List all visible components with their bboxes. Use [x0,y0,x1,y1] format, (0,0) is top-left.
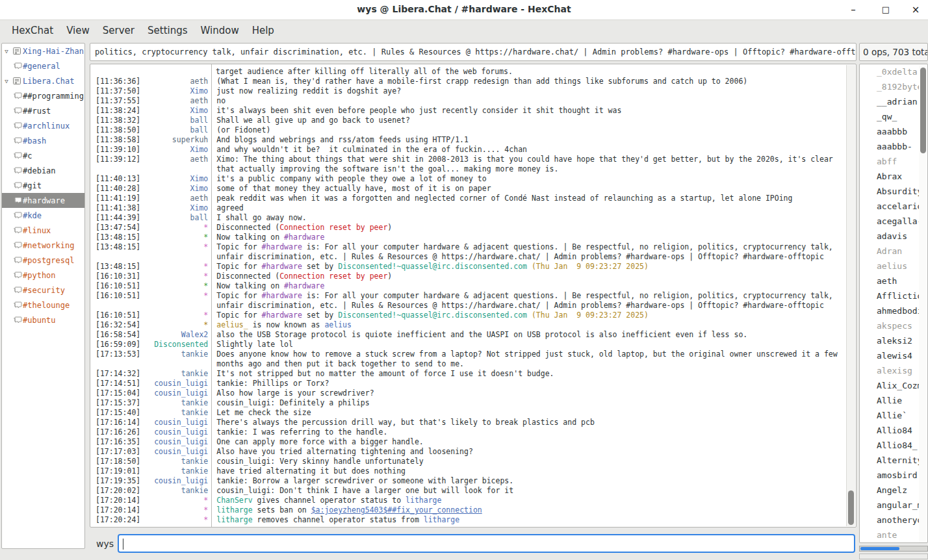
chat-nick[interactable]: tankie [140,398,208,408]
sidebar-item--python[interactable]: #python [2,268,84,283]
sidebar-item--thelounge[interactable]: #thelounge [2,298,84,312]
chat-nick[interactable]: ball [140,213,208,223]
chat-scrollbar-handle[interactable] [848,490,854,525]
user-list-item[interactable]: Allie [860,393,927,408]
chat-nick[interactable]: tankie [140,486,208,496]
user-list-item[interactable]: Absurdity [860,184,927,199]
chat-nick[interactable]: tankie [140,466,208,476]
chat-nick[interactable]: Ximo [140,145,208,155]
chat-nick[interactable]: Disconsented [140,340,208,350]
maximize-button[interactable]: □ [877,2,894,18]
chat-nick[interactable]: Ximo [140,184,208,194]
user-list-item[interactable]: Allio84 [860,423,927,438]
user-list-item[interactable]: Alternity [860,453,927,468]
chat-nick[interactable]: tankie [140,350,208,369]
sidebar-item--git[interactable]: #git [2,178,84,193]
chat-nick[interactable]: Ximo [140,203,208,213]
user-list-item[interactable]: aaabbb [860,124,927,139]
user-list-item[interactable]: acegalla- [860,214,927,229]
user-list-item[interactable]: Allio84_ [860,438,927,453]
user-list-item[interactable]: accelario [860,199,927,214]
sidebar-item--general[interactable]: #general [2,58,84,73]
chat-nick[interactable]: Ximo [140,86,208,96]
user-list-item[interactable]: Abrax [860,169,927,184]
user-list-item[interactable]: amosbird [860,468,927,483]
sidebar-item--debian[interactable]: #debian [2,163,84,178]
ban-mask-link[interactable]: $a:joeyzheng5403$##fix_your_connection [311,505,482,515]
chat-nick[interactable]: cousin_luigi [140,418,208,427]
sidebar-item--hardware[interactable]: #hardware [2,193,84,208]
user-list-item[interactable]: abff [860,154,927,169]
user-list-item[interactable]: _0xdelta [860,64,927,79]
user-list-item[interactable]: ahmedbodi [860,303,927,318]
user-list-item[interactable]: akspecs [860,318,927,333]
user-list-item[interactable]: anotheryo [860,513,927,528]
user-list-item[interactable]: adavis [860,229,927,244]
sidebar-item--networking[interactable]: #networking [2,238,84,253]
user-list-item[interactable]: alewis4 [860,348,927,363]
chat-nick[interactable]: superkuh [140,135,208,145]
user-list-item[interactable]: Adran [860,244,927,259]
user-list-item[interactable]: Allie` [860,408,927,423]
chat-nick[interactable]: cousin_luigi [140,437,208,447]
menu-item-server[interactable]: Server [96,22,141,39]
chat-nick[interactable]: cousin_luigi [140,427,208,437]
chat-nick[interactable]: Ximo [140,174,208,184]
sidebar-item--c[interactable]: #c [2,148,84,163]
user-list-item[interactable]: angular_m [860,498,927,513]
tree-server-libera-chat[interactable]: ▽Libera.Chat [2,73,84,88]
user-list-item[interactable]: Angelz [860,483,927,498]
minimize-button[interactable]: – [845,2,862,18]
chat-nick[interactable]: aeth [140,77,208,86]
server-tree-panel[interactable]: ▽Xing-Hai-Zhan#general▽Libera.Chat##prog… [1,43,85,549]
user-list-item[interactable]: alexisg [860,363,927,378]
sidebar-item--security[interactable]: #security [2,283,84,298]
chat-nick[interactable]: aeth [140,155,208,174]
chat-nick[interactable]: aeth [140,96,208,106]
sidebar-item--postgresql[interactable]: #postgresql [2,253,84,268]
user-list-hscrollbar[interactable] [859,546,928,552]
sidebar-item--rust[interactable]: ##rust [2,103,84,118]
sidebar-item--archlinux[interactable]: #archlinux [2,118,84,133]
menu-item-settings[interactable]: Settings [141,22,194,39]
chat-nick[interactable]: cousin_luigi [140,388,208,398]
sidebar-item--bash[interactable]: #bash [2,133,84,148]
chat-nick[interactable]: cousin_luigi [140,476,208,486]
chat-message-area[interactable]: target audience after killing off litera… [90,64,857,528]
sidebar-item--programming[interactable]: ##programming [2,88,84,103]
chat-nick[interactable]: aeth [140,194,208,203]
user-list-hscrollbar-handle[interactable] [860,547,899,550]
chat-nick[interactable]: tankie [140,457,208,466]
chat-scrollbar[interactable] [846,65,855,526]
menu-item-window[interactable]: Window [194,22,246,39]
topic-bar[interactable]: politics, cryptocurrency talk, unfair di… [90,43,857,61]
chat-nick[interactable]: cousin_luigi [140,379,208,388]
user-list-item[interactable]: aelius [860,259,927,274]
user-list-scrollbar-handle[interactable] [920,68,926,153]
expander-icon[interactable]: ▽ [2,48,11,55]
sidebar-item--kde[interactable]: #kde [2,208,84,223]
menu-item-help[interactable]: Help [246,22,281,39]
user-list-item[interactable]: aaabbb- [860,139,927,154]
user-list-item[interactable]: __adrian [860,94,927,109]
chat-nick[interactable]: ball [140,125,208,135]
user-list-item[interactable]: aleksi2 [860,333,927,348]
user-list-item[interactable]: _8192byte [860,79,927,94]
chat-nick[interactable]: Walex2 [140,330,208,340]
chat-nick[interactable]: cousin_luigi [140,447,208,457]
user-list-item[interactable]: ante [860,528,927,542]
user-list-item[interactable]: _qw_ [860,109,927,124]
chat-nick[interactable]: Ximo [140,106,208,116]
user-list-item[interactable]: Afflictio [860,288,927,303]
sidebar-item--linux[interactable]: #linux [2,223,84,238]
expander-icon[interactable]: ▽ [2,78,11,84]
chat-nick[interactable]: tankie [140,408,208,418]
close-button[interactable]: × [907,2,924,18]
menu-item-hexchat[interactable]: HexChat [5,22,60,39]
user-list-panel[interactable]: _0xdelta_8192byte__adrian_qw_aaabbbaaabb… [859,64,928,543]
message-input[interactable] [118,534,855,553]
user-list-item[interactable]: aeth [860,274,927,288]
user-list-scrollbar[interactable] [919,65,927,543]
chat-nick[interactable]: tankie [140,369,208,379]
user-list-item[interactable]: Alix_Cozm [860,378,927,393]
